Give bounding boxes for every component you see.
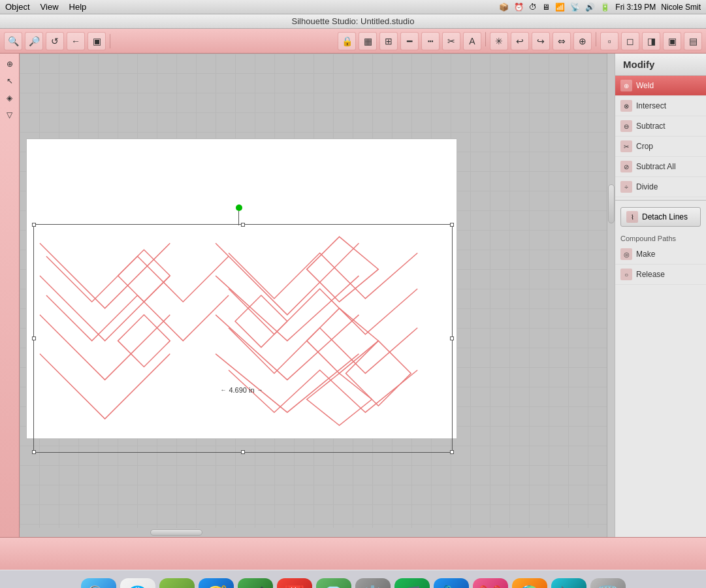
view5-button[interactable]: ▤ xyxy=(684,32,702,50)
divide-label: Divide xyxy=(636,182,658,191)
menubar: Object View Help 📦 ⏰ ⏱ 🖥 📶 📡 🔊 🔋 Fri 3:1… xyxy=(0,0,706,14)
content-wrapper: ⊕ ↖ ◈ ▽ xyxy=(0,54,706,537)
intersect-button[interactable]: ⊗ Intersect xyxy=(615,96,706,116)
main-toolbar: 🔍 🔎 ↺ ← ▣ 🔒 ▦ ⊞ ━ ┅ ✂ A ✳ ↩ ↪ ⇔ ⊕ ▫ ◻ ◨ … xyxy=(0,29,706,54)
subtract-label: Subtract xyxy=(636,122,666,131)
view3-button[interactable]: ◨ xyxy=(642,32,660,50)
volume-icon: 🔊 xyxy=(585,3,595,12)
crop-icon: ✂ xyxy=(620,140,632,152)
panel-divider-1 xyxy=(615,200,706,201)
subtract-all-icon: ⊘ xyxy=(620,161,632,172)
grid-button[interactable]: ⊞ xyxy=(379,32,398,50)
modify-panel: Modify ⊕ Weld ⊗ Intersect ⊖ Subtract ✂ C… xyxy=(615,54,706,537)
intersect-icon: ⊗ xyxy=(620,100,632,112)
menu-item-view[interactable]: View xyxy=(40,2,59,12)
dimension-display: ← 4.690 in → xyxy=(220,386,263,394)
make-button[interactable]: ◎ Make xyxy=(615,244,706,265)
redo-button[interactable]: ↪ xyxy=(532,32,550,50)
scissors-button[interactable]: ✂ xyxy=(442,32,460,50)
display-icon: 🖥 xyxy=(542,3,550,12)
handle-br[interactable] xyxy=(450,450,454,454)
dock-spotify2-icon[interactable]: 🎶 xyxy=(551,578,586,589)
left-toolbar: ⊕ ↖ ◈ ▽ xyxy=(0,54,20,537)
subtract-icon: ⊖ xyxy=(620,120,632,132)
divide-button[interactable]: ÷ Divide xyxy=(615,177,706,197)
lock-button[interactable]: 🔒 xyxy=(338,32,356,50)
undo-button[interactable]: ↩ xyxy=(511,32,529,50)
svg-marker-0 xyxy=(118,250,170,302)
svg-marker-6 xyxy=(346,341,411,406)
dock-safari-icon[interactable]: 🧭 xyxy=(199,578,234,589)
dock-calendar-icon[interactable]: 📅 xyxy=(277,578,312,589)
release-button[interactable]: ○ Release xyxy=(615,265,706,285)
make-label: Make xyxy=(636,250,655,259)
menu-item-help[interactable]: Help xyxy=(69,2,87,12)
time-machine-icon: ⏰ xyxy=(514,3,524,12)
handle-bl[interactable] xyxy=(32,450,36,454)
left-tool-2[interactable]: ↖ xyxy=(2,73,18,89)
dimension-value: 4.690 in xyxy=(229,386,254,394)
main-canvas[interactable]: ← 4.690 in → xyxy=(20,54,607,537)
dock-spotify-icon[interactable]: 🎵 xyxy=(394,578,430,589)
make-icon: ◎ xyxy=(620,248,632,260)
view1-button[interactable]: ▫ xyxy=(600,32,618,50)
dash-button[interactable]: ┅ xyxy=(421,32,440,50)
crop-label: Crop xyxy=(636,142,653,151)
subtract-button[interactable]: ⊖ Subtract xyxy=(615,116,706,137)
handle-bc[interactable] xyxy=(241,450,245,454)
dock-chrome-icon[interactable]: 🌐 xyxy=(120,578,155,589)
svg-marker-4 xyxy=(307,373,372,425)
weld-button[interactable]: ⊕ xyxy=(573,32,592,50)
mirror-button[interactable]: ⇔ xyxy=(553,32,571,50)
dock-chrome2-icon[interactable]: 🌍 xyxy=(512,578,547,589)
dock-sims-icon[interactable]: 💎 xyxy=(316,578,351,589)
dock-facetime-icon[interactable]: 📹 xyxy=(238,578,273,589)
app-title: Silhouette Studio: Untitled.studio xyxy=(292,16,415,26)
battery-icon: 🔋 xyxy=(600,3,610,12)
menu-item-object[interactable]: Object xyxy=(5,2,30,12)
canvas-wrapper: ← 4.690 in → xyxy=(20,54,615,537)
rotate-button[interactable]: ↺ xyxy=(46,32,64,50)
h-scrollbar-thumb[interactable] xyxy=(150,529,202,536)
frame-button[interactable]: ▣ xyxy=(88,32,106,50)
dock-finder-icon[interactable]: 🔍 xyxy=(81,578,116,589)
left-tool-1[interactable]: ⊕ xyxy=(2,56,18,72)
weld-button[interactable]: ⊕ Weld xyxy=(615,76,706,96)
compound-paths-label: Compound Paths xyxy=(615,231,706,244)
zoom-in-button[interactable]: 🔍 xyxy=(4,32,22,50)
nodes-button[interactable]: ✳ xyxy=(490,32,508,50)
subtract-all-button[interactable]: ⊘ Subtract All xyxy=(615,157,706,177)
left-tool-3[interactable]: ◈ xyxy=(2,90,18,106)
text-button[interactable]: A xyxy=(463,32,481,50)
right-scrollbar-track[interactable] xyxy=(607,54,615,537)
right-scrollbar-thumb[interactable] xyxy=(608,184,615,223)
dock-silhouette-icon[interactable]: ✂️ xyxy=(473,578,508,589)
svg-marker-3 xyxy=(307,308,379,374)
system-menu-right: 📦 ⏰ ⏱ 🖥 📶 📡 🔊 🔋 Fri 3:19 PM Nicole Smit xyxy=(499,3,701,12)
dock-trash-icon[interactable]: 🗑️ xyxy=(590,578,626,589)
release-icon: ○ xyxy=(620,269,632,280)
toolbar-separator-2 xyxy=(485,32,486,46)
view2-button[interactable]: ◻ xyxy=(621,32,639,50)
back-button[interactable]: ← xyxy=(67,32,85,50)
toolbar-separator-3 xyxy=(596,32,596,46)
canvas-page: ← 4.690 in → xyxy=(26,139,457,439)
dock-iphoto-icon[interactable]: 📷 xyxy=(159,578,195,589)
detach-lines-button[interactable]: ⌇ Detach Lines xyxy=(620,207,701,227)
subtract-all-label: Subtract All xyxy=(636,162,676,171)
horizontal-scrollbar[interactable] xyxy=(20,528,607,537)
dock-appstore-icon[interactable]: 🛍️ xyxy=(434,578,469,589)
crop-button[interactable]: ✂ Crop xyxy=(615,137,706,157)
weld-label: Weld xyxy=(636,81,654,90)
bottom-bar xyxy=(0,537,706,570)
left-tool-4[interactable]: ▽ xyxy=(2,107,18,123)
zoom-out-button[interactable]: 🔎 xyxy=(25,32,43,50)
panel-header: Modify xyxy=(615,54,706,76)
detach-icon: ⌇ xyxy=(626,211,638,223)
dock-syspref-icon[interactable]: ⚙️ xyxy=(355,578,391,589)
timer-icon: ⏱ xyxy=(529,3,537,12)
svg-marker-2 xyxy=(307,237,379,302)
stroke-button[interactable]: ━ xyxy=(400,32,419,50)
select-button[interactable]: ▦ xyxy=(359,32,377,50)
view4-button[interactable]: ▣ xyxy=(663,32,681,50)
